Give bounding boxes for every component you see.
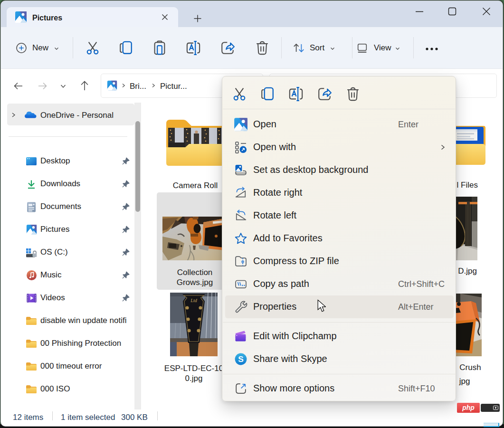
svg-text:S: S bbox=[238, 354, 244, 364]
svg-text:Ltd: Ltd bbox=[190, 298, 197, 303]
